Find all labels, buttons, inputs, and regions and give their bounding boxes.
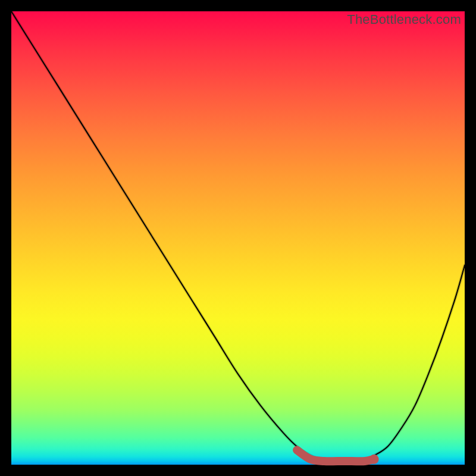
chart-frame: TheBottleneck.com	[11, 11, 465, 465]
optimal-band	[297, 450, 378, 464]
curve-shadow	[11, 11, 465, 463]
bottleneck-curve	[11, 11, 465, 463]
curve-layer	[11, 11, 465, 465]
curve-line	[11, 11, 465, 463]
optimal-end-dot	[369, 455, 379, 464]
optimal-band-line	[297, 450, 374, 462]
plot-area: TheBottleneck.com	[11, 11, 465, 465]
